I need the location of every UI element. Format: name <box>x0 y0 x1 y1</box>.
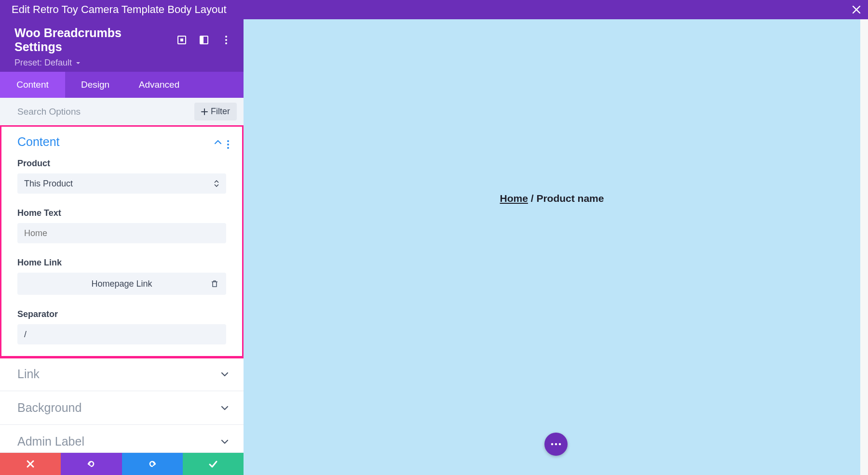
preview-area: Home / Product name <box>244 19 868 475</box>
tab-content[interactable]: Content <box>0 72 65 98</box>
home-text-label: Home Text <box>17 208 226 218</box>
svg-point-6 <box>558 443 561 446</box>
settings-panel: Woo Breadcrumbs Settings Preset: Default… <box>0 19 244 475</box>
search-input[interactable] <box>17 106 190 117</box>
chevron-down-icon <box>220 437 229 446</box>
separator-label: Separator <box>17 309 226 319</box>
window-title: Edit Retro Toy Camera Template Body Layo… <box>12 3 227 16</box>
delete-link-icon[interactable] <box>207 276 222 291</box>
section-content-title: Content <box>17 135 60 149</box>
section-link-title: Link <box>17 367 40 381</box>
section-more-icon[interactable] <box>227 135 229 149</box>
home-link-value: Homepage Link <box>91 279 152 289</box>
breadcrumb-separator: / <box>528 193 537 204</box>
snap-left-icon[interactable] <box>198 34 210 46</box>
section-background: Background <box>0 391 244 425</box>
module-title: Woo Breadcrumbs Settings <box>14 26 165 54</box>
action-bar <box>0 453 244 475</box>
chevron-down-icon <box>220 370 229 379</box>
preview-scrollbar[interactable] <box>860 19 868 475</box>
product-select-value: This Product <box>24 179 73 189</box>
close-button[interactable] <box>852 5 861 14</box>
cancel-button[interactable] <box>0 453 61 475</box>
home-link-label: Home Link <box>17 258 226 268</box>
section-background-header[interactable]: Background <box>0 391 244 424</box>
tab-advanced[interactable]: Advanced <box>125 72 193 98</box>
preset-dropdown[interactable]: Preset: Default <box>14 58 232 68</box>
content-fields: Product This Product Home Text Home Link… <box>0 158 244 357</box>
breadcrumb: Home / Product name <box>500 193 604 204</box>
select-caret-icon <box>214 180 219 187</box>
filter-button[interactable]: Filter <box>194 103 237 120</box>
breadcrumb-current: Product name <box>536 193 604 204</box>
module-header: Woo Breadcrumbs Settings Preset: Default <box>0 19 244 72</box>
product-select[interactable]: This Product <box>17 173 226 194</box>
tab-design[interactable]: Design <box>65 72 125 98</box>
window-title-bar: Edit Retro Toy Camera Template Body Layo… <box>0 0 868 19</box>
section-admin-label: Admin Label <box>0 425 244 453</box>
separator-input-wrap <box>17 324 226 344</box>
search-row: Filter <box>0 98 244 125</box>
section-content-header[interactable]: Content <box>0 125 244 158</box>
apply-button[interactable] <box>183 453 244 475</box>
home-text-input-wrap <box>17 223 226 243</box>
preview-fab[interactable] <box>544 433 568 456</box>
chevron-up-icon <box>214 138 222 146</box>
svg-point-5 <box>555 443 557 446</box>
section-content: Content Product This Product <box>0 125 244 357</box>
chevron-down-icon <box>220 404 229 412</box>
expand-fullscreen-icon[interactable] <box>176 34 188 46</box>
settings-body: Content Product This Product <box>0 125 244 475</box>
undo-button[interactable] <box>61 453 122 475</box>
svg-point-4 <box>551 443 553 446</box>
svg-rect-3 <box>200 36 203 44</box>
preset-label: Preset: Default <box>14 58 72 67</box>
section-link-header[interactable]: Link <box>0 357 244 391</box>
breadcrumb-home-link[interactable]: Home <box>500 193 528 204</box>
filter-button-label: Filter <box>211 106 230 117</box>
more-options-icon[interactable] <box>220 34 232 46</box>
product-label: Product <box>17 158 226 169</box>
settings-tabs: Content Design Advanced <box>0 72 244 98</box>
section-admin-label-header[interactable]: Admin Label <box>0 425 244 452</box>
svg-rect-1 <box>180 39 183 41</box>
section-admin-label-title: Admin Label <box>17 435 84 449</box>
section-background-title: Background <box>17 401 81 415</box>
home-text-input[interactable] <box>24 228 219 238</box>
separator-input[interactable] <box>24 330 219 340</box>
redo-button[interactable] <box>122 453 183 475</box>
home-link-control[interactable]: Homepage Link <box>17 273 226 295</box>
section-link: Link <box>0 357 244 391</box>
